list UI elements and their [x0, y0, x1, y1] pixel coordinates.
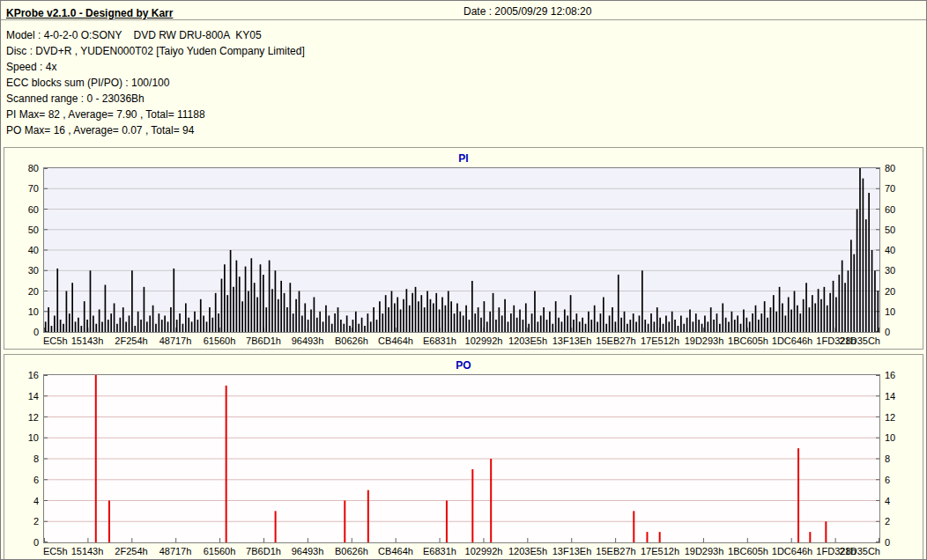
info-model: Model : 4-0-2-0 O:SONY DVD RW DRU-800A K…	[6, 27, 921, 43]
y-tick-label: 40	[885, 246, 895, 255]
x-tick-label: 15EB27h	[596, 546, 635, 556]
y-tick-label: 80	[885, 164, 895, 173]
x-tick-label: CB464h	[378, 335, 413, 346]
x-tick-label: 19D293h	[685, 546, 724, 556]
x-tick-label: 19D293h	[685, 335, 724, 346]
x-tick-label: 61560h	[204, 335, 236, 346]
x-tick-label: 102992h	[465, 546, 503, 556]
pi-x-axis: EC5h15143h2F254h48717h61560h7B6D1h96493h…	[43, 333, 880, 349]
x-tick-label: 15143h	[71, 546, 104, 556]
y-tick-label: 20	[28, 286, 39, 296]
x-tick-label: 61560h	[204, 546, 236, 556]
x-tick-label: 96493h	[292, 546, 324, 556]
y-tick-label: 20	[885, 286, 895, 296]
scan-info: Model : 4-0-2-0 O:SONY DVD RW DRU-800A K…	[1, 20, 926, 147]
y-tick-label: 30	[885, 266, 895, 276]
info-scanned-range: Scanned range : 0 - 23036Bh	[6, 91, 921, 107]
y-tick-label: 4	[885, 496, 890, 505]
po-chart-panel: PO 0246810121416 0246810121416 EC5h15143…	[4, 354, 923, 560]
y-tick-label: 50	[885, 225, 895, 234]
kprobe-window: KProbe v2.1.0 - Designed by Karr Date : …	[0, 0, 927, 560]
y-tick-label: 50	[28, 225, 39, 234]
pi-chart-body: 01020304050607080 01020304050607080	[4, 167, 923, 333]
info-speed: Speed : 4x	[6, 59, 921, 75]
x-tick-label: 96493h	[292, 335, 324, 346]
y-tick-label: 0	[33, 538, 39, 548]
x-tick-label: E6831h	[423, 546, 456, 556]
y-tick-label: 0	[885, 538, 890, 548]
x-tick-label: 48717h	[159, 546, 192, 556]
x-tick-label: 102992h	[465, 335, 503, 346]
y-tick-label: 12	[885, 412, 895, 422]
y-tick-label: 0	[33, 328, 39, 337]
x-tick-label: 15EB27h	[596, 335, 635, 346]
y-tick-label: 70	[28, 184, 39, 194]
y-tick-label: 16	[885, 371, 895, 380]
x-tick-label: 48717h	[159, 335, 192, 346]
pi-y-axis-right: 01020304050607080	[880, 167, 923, 333]
y-tick-label: 16	[28, 371, 39, 380]
po-chart-body: 0246810121416 0246810121416	[4, 374, 923, 543]
y-tick-label: 80	[28, 164, 39, 173]
pi-chart-title: PI	[4, 148, 923, 167]
y-tick-label: 60	[28, 204, 39, 214]
y-tick-label: 10	[885, 433, 895, 443]
po-y-axis-right: 0246810121416	[880, 374, 923, 543]
x-tick-label: 1DC646h	[772, 546, 812, 556]
x-tick-label: B0626h	[335, 546, 368, 556]
x-tick-label: 1BC605h	[728, 335, 768, 346]
y-tick-label: 8	[33, 454, 39, 464]
x-tick-label: 1BC605h	[728, 546, 768, 556]
y-tick-label: 10	[28, 306, 39, 316]
x-tick-label: 21D35Ch	[840, 546, 880, 556]
info-po-stats: PO Max= 16 , Average= 0.07 , Total= 94	[6, 122, 921, 138]
x-tick-label: E6831h	[423, 335, 456, 346]
y-tick-label: 8	[885, 454, 890, 464]
info-disc: Disc : DVD+R , YUDEN000T02 [Taiyo Yuden …	[6, 43, 921, 59]
info-ecc-sum: ECC blocks sum (PI/PO) : 100/100	[6, 75, 921, 91]
app-title: KProbe v2.1.0 - Designed by Karr	[6, 7, 173, 19]
y-tick-label: 30	[28, 266, 39, 276]
x-tick-label: 1203E5h	[508, 335, 547, 346]
y-tick-label: 0	[885, 328, 890, 337]
x-tick-label: EC5h	[43, 335, 68, 346]
po-y-axis-left: 0246810121416	[4, 374, 43, 543]
y-tick-label: 60	[885, 204, 895, 214]
po-x-axis: EC5h15143h2F254h48717h61560h7B6D1h96493h…	[43, 543, 880, 559]
y-tick-label: 40	[28, 246, 39, 255]
x-tick-label: EC5h	[43, 546, 68, 556]
x-tick-label: 13F13Eh	[552, 335, 592, 346]
x-tick-label: 1203E5h	[508, 546, 547, 556]
x-tick-label: 1DC646h	[772, 335, 812, 346]
y-tick-label: 10	[28, 433, 39, 443]
x-tick-label: 15143h	[71, 335, 104, 346]
y-tick-label: 12	[28, 412, 39, 422]
y-tick-label: 4	[33, 496, 39, 505]
x-tick-label: 21D35Ch	[840, 335, 880, 346]
x-tick-label: 2F254h	[115, 546, 147, 556]
y-tick-label: 70	[885, 184, 895, 194]
x-tick-label: 2F254h	[115, 335, 147, 346]
title-row: KProbe v2.1.0 - Designed by Karr Date : …	[1, 1, 926, 20]
y-tick-label: 6	[33, 475, 39, 484]
x-tick-label: 7B6D1h	[246, 335, 281, 346]
date-label: Date : 2005/09/29 12:08:20	[464, 5, 591, 18]
pi-chart-panel: PI 01020304050607080 01020304050607080 E…	[4, 147, 923, 350]
info-pi-stats: PI Max= 82 , Average= 7.90 , Total= 1118…	[6, 107, 921, 122]
y-tick-label: 14	[885, 391, 895, 401]
x-tick-label: 17E512h	[641, 335, 679, 346]
po-plot-area	[43, 374, 880, 543]
x-tick-label: 17E512h	[641, 546, 679, 556]
y-tick-label: 10	[885, 306, 895, 316]
pi-bars-chart	[44, 168, 879, 332]
x-tick-label: 7B6D1h	[246, 546, 281, 556]
po-chart-title: PO	[4, 355, 923, 374]
x-tick-label: 13F13Eh	[552, 546, 592, 556]
y-tick-label: 14	[28, 391, 39, 401]
x-tick-label: B0626h	[335, 335, 368, 346]
y-tick-label: 6	[885, 475, 890, 484]
pi-y-axis-left: 01020304050607080	[4, 167, 43, 333]
po-bars-chart	[44, 375, 879, 542]
x-tick-label: CB464h	[378, 546, 413, 556]
y-tick-label: 2	[885, 517, 890, 527]
